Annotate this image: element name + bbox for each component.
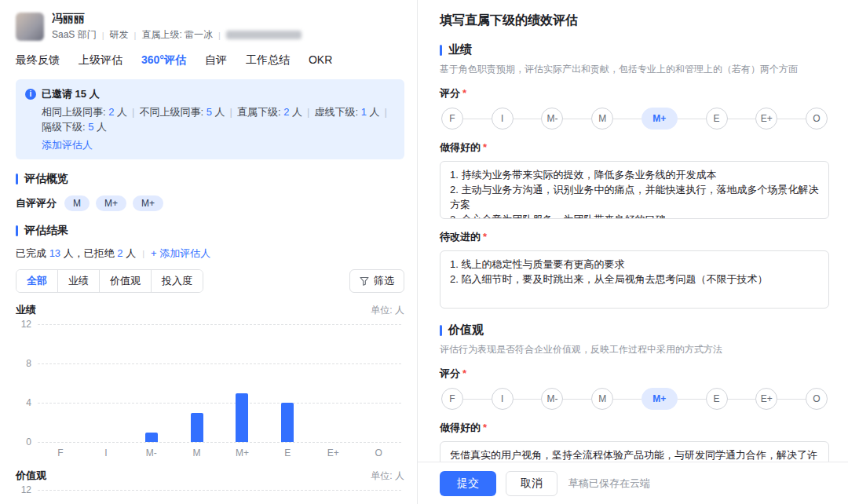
bar-column-M- — [129, 324, 174, 442]
rating-label: 评分 — [440, 87, 460, 99]
scale-connector — [613, 399, 641, 400]
rating-option-M-[interactable]: M- — [541, 108, 563, 130]
invite-breakdown-item: 隔级下级: 5 人 — [42, 121, 107, 133]
breakdown-label: 不同上级同事: — [139, 106, 206, 118]
overview-title: 评估概览 — [24, 172, 68, 186]
field-label-row: 做得好的* — [440, 141, 829, 155]
rating-option-E+[interactable]: E+ — [755, 108, 777, 130]
add-evaluator-link-results[interactable]: + 添加评估人 — [151, 247, 210, 261]
field-label-row: 待改进的* — [440, 230, 829, 244]
chart-title: 价值观 — [16, 469, 46, 483]
invite-info-box: i 已邀请 15 人 相同上级同事: 2 人|不同上级同事: 5 人|直属下级:… — [16, 79, 404, 159]
required-asterisk: * — [462, 367, 466, 379]
cancel-button[interactable]: 取消 — [506, 471, 557, 496]
breakdown-label: 相同上级同事: — [42, 106, 108, 118]
x-tick-label-E+: E+ — [310, 447, 356, 458]
bar-M — [191, 413, 203, 443]
rating-option-F[interactable]: F — [441, 108, 463, 130]
textarea-做得好的[interactable] — [440, 161, 829, 219]
status-text-part: 人 — [123, 247, 137, 259]
required-asterisk: * — [483, 422, 487, 433]
evaluation-form-panel: 填写直属下级的绩效评估 业绩基于角色职责预期，评估实际产出和贡献，包括专业上的和… — [418, 0, 848, 504]
rating-option-M+[interactable]: M+ — [641, 108, 678, 130]
gridline — [38, 442, 401, 443]
filter-tab-业绩[interactable]: 业绩 — [57, 270, 99, 292]
profile-tabs: 最终反馈上级评估360°评估自评工作总结OKR — [16, 53, 404, 71]
chart-unit-label: 单位: 人 — [371, 469, 404, 483]
x-tick-label-O: O — [356, 447, 401, 458]
rating-option-E[interactable]: E — [706, 388, 728, 410]
profile-name: 冯丽丽 — [52, 11, 302, 25]
scale-connector — [563, 119, 591, 119]
bars-layer — [38, 324, 401, 442]
rating-option-F[interactable]: F — [441, 388, 463, 410]
breakdown-label: 虚线下级: — [314, 106, 360, 118]
y-tick-label: 8 — [16, 358, 31, 369]
filter-row: 全部业绩价值观投入度 筛选 — [16, 269, 404, 293]
rating-option-M+[interactable]: M+ — [641, 388, 678, 410]
app-root: 冯丽丽 SaaS 部门|研发|直属上级: 雷一冰| 最终反馈上级评估360°评估… — [0, 0, 848, 504]
invite-breakdown: 相同上级同事: 2 人|不同上级同事: 5 人|直属下级: 2 人|虚线下级: … — [42, 104, 395, 134]
rating-option-E+[interactable]: E+ — [755, 388, 777, 410]
rating-option-M-[interactable]: M- — [541, 388, 563, 410]
submit-button[interactable]: 提交 — [440, 471, 496, 496]
draft-status: 草稿已保存在云端 — [568, 477, 650, 491]
textarea-待改进的[interactable] — [440, 250, 829, 309]
filter-button[interactable]: 筛选 — [349, 269, 404, 293]
scale-connector — [463, 119, 492, 119]
form-section-header: 价值观 — [440, 323, 829, 338]
rating-option-O[interactable]: O — [806, 388, 828, 410]
x-tick-label-I: I — [83, 447, 129, 458]
required-asterisk: * — [462, 87, 466, 99]
form-section-title: 业绩 — [448, 42, 472, 57]
bar-M+ — [236, 393, 248, 443]
self-rating-pill-M+: M+ — [133, 195, 163, 211]
section-marker — [440, 325, 442, 336]
y-tick-label: 4 — [16, 397, 31, 408]
filter-tab-价值观[interactable]: 价值观 — [99, 270, 151, 292]
breakdown-separator: | — [230, 106, 232, 118]
bar-column-E+ — [310, 324, 356, 442]
filter-tab-投入度[interactable]: 投入度 — [151, 270, 203, 292]
self-rating-pill-M+: M+ — [96, 195, 126, 211]
bar-column-M — [174, 324, 220, 442]
chart-plot-area: 12 — [16, 490, 404, 504]
tab-工作总结[interactable]: 工作总结 — [246, 53, 290, 71]
rating-option-E[interactable]: E — [706, 108, 728, 130]
x-tick-label-M: M — [174, 447, 220, 458]
filter-tab-全部[interactable]: 全部 — [16, 270, 57, 292]
scale-connector — [728, 119, 756, 119]
status-count: 13 — [49, 247, 60, 259]
invite-breakdown-item: 不同上级同事: 5 人 — [139, 106, 225, 118]
results-status-text: 已完成 13 人，已拒绝 2 人 — [16, 247, 136, 261]
results-title: 评估结果 — [24, 224, 68, 238]
status-text-part: 人，已拒绝 — [60, 247, 117, 259]
rating-option-M[interactable]: M — [591, 388, 613, 410]
breakdown-unit: 人 — [367, 106, 380, 118]
tab-OKR[interactable]: OKR — [309, 53, 332, 71]
rating-option-O[interactable]: O — [806, 108, 828, 130]
y-tick-label: 12 — [16, 484, 31, 495]
scale-connector — [463, 399, 492, 400]
tab-最终反馈[interactable]: 最终反馈 — [16, 53, 60, 71]
results-status-row: 已完成 13 人，已拒绝 2 人 | + 添加评估人 — [16, 247, 404, 261]
textarea-做得好的[interactable] — [440, 441, 829, 462]
breakdown-separator: | — [385, 106, 387, 118]
rating-option-M[interactable]: M — [591, 108, 613, 130]
breakdown-label: 直属下级: — [237, 106, 283, 118]
breakdown-label: 隔级下级: — [42, 121, 88, 133]
x-tick-label-M+: M+ — [220, 447, 265, 458]
breakdown-unit: 人 — [114, 106, 127, 118]
rating-scale: FIM-MM+EE+O — [440, 388, 829, 410]
status-count: 2 — [117, 247, 122, 259]
tab-自评[interactable]: 自评 — [205, 53, 227, 71]
rating-option-I[interactable]: I — [492, 108, 514, 130]
profile-meta-part: 直属上级: 雷一冰 — [141, 28, 213, 42]
invite-summary-row: i 已邀请 15 人 — [25, 86, 395, 101]
rating-option-I[interactable]: I — [492, 388, 514, 410]
tab-上级评估[interactable]: 上级评估 — [79, 53, 122, 71]
invite-summary: 已邀请 15 人 — [42, 86, 100, 101]
add-evaluator-link[interactable]: 添加评估人 — [42, 137, 93, 152]
tab-360°评估[interactable]: 360°评估 — [141, 53, 186, 71]
bar-column-M+ — [220, 324, 265, 442]
